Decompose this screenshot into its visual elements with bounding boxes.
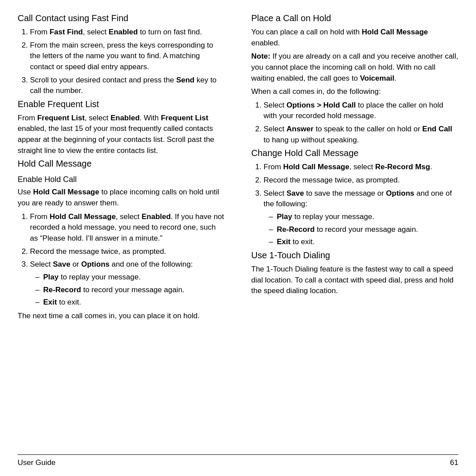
hold-call-list: From Hold Call Message, select Enabled. … [18, 212, 225, 308]
bold-text: Exit [43, 298, 57, 306]
section-place-call-on-hold: Place a Call on Hold You can place a cal… [251, 13, 458, 145]
list-item: From the main screen, press the keys cor… [30, 40, 225, 73]
bold-text: Play [277, 212, 292, 221]
page-container: Call Contact using Fast Find From Fast F… [0, 0, 476, 476]
section-fast-find: Call Contact using Fast Find From Fast F… [18, 13, 225, 97]
list-item: From Hold Call Message, select Enabled. … [30, 212, 225, 244]
bold-text: Hold Call Message [362, 28, 428, 36]
list-item: Select Save to save the message or Optio… [264, 188, 458, 248]
bold-text: Save [286, 189, 304, 197]
bold-text: Enabled [111, 114, 140, 122]
change-hold-call-list: From Hold Call Message, select Re-Record… [251, 162, 458, 247]
1-touch-dialing-para: The 1-Touch Dialing feature is the faste… [251, 264, 458, 297]
list-item: From Fast Find, select Enabled to turn o… [30, 27, 225, 38]
bold-text: Enabled [141, 212, 171, 221]
bold-text: Send [176, 76, 195, 84]
section-1-touch-dialing: Use 1-Touch Dialing The 1-Touch Dialing … [251, 250, 458, 297]
list-item: Select Save or Options and one of the fo… [30, 259, 225, 308]
bold-text: Exit [277, 238, 290, 246]
change-hold-call-title: Change Hold Call Message [251, 148, 458, 158]
hold-call-message-title: Hold Call Message [18, 159, 225, 169]
bold-text: End Call [422, 125, 452, 133]
place-call-when: When a call comes in, do the following: [251, 86, 458, 97]
list-item: Play to replay your message. [277, 212, 458, 223]
bold-text: Fast Find [49, 28, 83, 36]
section-frequent-list-title: Enable Frequent List [18, 99, 225, 109]
bold-text: Options [386, 189, 414, 197]
list-item: Re-Record to record your message again. [43, 285, 225, 296]
list-item: Exit to exit. [43, 297, 225, 308]
bold-text: Frequent List [161, 114, 208, 122]
list-item: Record the message twice, as prompted. [264, 175, 458, 186]
section-frequent-list: Enable Frequent List From Frequent List,… [18, 99, 225, 156]
place-call-on-hold-title: Place a Call on Hold [251, 13, 458, 23]
bold-text: Voicemail [360, 74, 394, 82]
1-touch-dialing-title: Use 1-Touch Dialing [251, 250, 458, 260]
fast-find-list: From Fast Find, select Enabled to turn o… [18, 27, 225, 97]
bold-text: Enabled [109, 28, 138, 36]
section-hold-call: Hold Call Message Enable Hold Call Use H… [18, 159, 225, 321]
bold-text: Re-Record [277, 225, 315, 234]
hold-call-options: Play to replay your message. Re-Record t… [30, 272, 225, 308]
list-item: From Hold Call Message, select Re-Record… [264, 162, 458, 173]
bold-text: Options > Hold Call [286, 101, 356, 109]
left-column: Call Contact using Fast Find From Fast F… [18, 13, 231, 450]
page-footer: User Guide 61 [18, 454, 458, 467]
list-item: Re-Record to record your message again. [277, 224, 458, 235]
footer-label: User Guide [18, 458, 56, 467]
bold-text: Play [43, 273, 59, 281]
list-item: Play to replay your message. [43, 272, 225, 283]
bold-text: Save [53, 260, 71, 268]
section-fast-find-title: Call Contact using Fast Find [18, 13, 225, 23]
content-area: Call Contact using Fast Find From Fast F… [18, 13, 458, 450]
list-item: Select Options > Hold Call to place the … [264, 100, 458, 122]
hold-call-intro: Use Hold Call Message to place incoming … [18, 187, 225, 208]
hold-call-footer-para: The next time a call comes in, you can p… [18, 311, 225, 322]
place-call-intro: You can place a call on hold with Hold C… [251, 27, 458, 48]
bold-text: Frequent List [37, 114, 85, 122]
bold-text: Re-Record Msg [375, 163, 430, 171]
list-item: Scroll to your desired contact and press… [30, 75, 225, 97]
bold-text: Hold Call Message [49, 212, 115, 221]
bold-text: Note: [251, 52, 270, 60]
bold-text: Hold Call Message [33, 188, 99, 196]
frequent-list-para: From Frequent List, select Enabled. With… [18, 113, 225, 156]
bold-text: Options [81, 260, 109, 268]
list-item: Record the message twice, as prompted. [30, 246, 225, 257]
footer-page-number: 61 [450, 458, 458, 467]
bold-text: Answer [286, 125, 313, 133]
change-hold-call-options: Play to replay your message. Re-Record t… [264, 212, 458, 248]
enable-hold-call-subtitle: Enable Hold Call [18, 175, 225, 184]
bold-text: Re-Record [43, 286, 81, 294]
right-column: Place a Call on Hold You can place a cal… [245, 13, 458, 450]
list-item: Select Answer to speak to the caller on … [264, 124, 458, 145]
bold-text: Hold Call Message [283, 163, 349, 171]
place-call-note: Note: If you are already on a call and y… [251, 51, 458, 84]
place-call-list: Select Options > Hold Call to place the … [251, 100, 458, 146]
list-item: Exit to exit. [277, 237, 458, 248]
section-change-hold-call: Change Hold Call Message From Hold Call … [251, 148, 458, 247]
